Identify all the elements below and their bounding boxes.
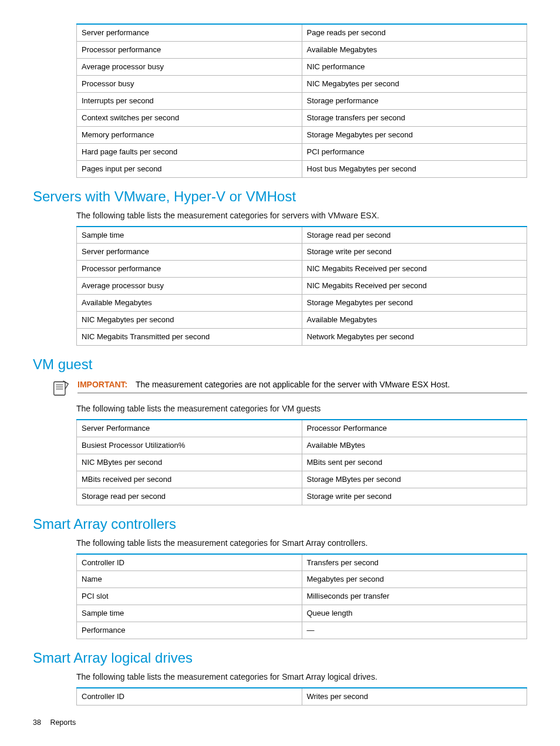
cell: NIC MBytes per second (77, 454, 302, 471)
cell: Sample time (77, 605, 302, 622)
cell: Available MBytes (302, 437, 527, 454)
cell: Controller ID (77, 554, 302, 571)
cell: Writes per second (302, 688, 527, 705)
important-label: IMPORTANT: (77, 380, 127, 389)
intro-smart-array-controllers: The following table lists the measuremen… (76, 538, 527, 548)
cell: Available Megabytes (302, 312, 527, 329)
measurement-table-1: Server performancePage reads per second … (76, 23, 527, 178)
intro-smart-array-logical: The following table lists the measuremen… (76, 672, 527, 681)
cell: Processor busy (77, 75, 302, 92)
footer-section: Reports (50, 718, 76, 727)
cell: Hard page faults per second (77, 143, 302, 160)
cell: MBits sent per second (302, 454, 527, 471)
cell: NIC performance (302, 58, 527, 75)
cell: Memory performance (77, 126, 302, 143)
intro-vmware: The following table lists the measuremen… (76, 211, 527, 220)
measurement-table-vm-guest: Server PerformanceProcessor Performance … (76, 419, 527, 505)
important-text: The measurement categories are not appli… (136, 380, 450, 389)
cell: Transfers per second (302, 554, 527, 571)
svg-rect-0 (54, 382, 65, 396)
cell: Queue length (302, 605, 527, 622)
intro-vm-guest: The following table lists the measuremen… (76, 404, 527, 413)
cell: Storage read per second (77, 488, 302, 505)
cell: Server Performance (77, 420, 302, 437)
cell: Busiest Processor Utilization% (77, 437, 302, 454)
important-note: IMPORTANT: The measurement categories ar… (33, 379, 527, 398)
cell: Network Megabytes per second (302, 329, 527, 346)
cell: Page reads per second (302, 24, 527, 41)
cell: Average processor busy (77, 58, 302, 75)
heading-vm-guest: VM guest (33, 356, 527, 373)
cell: Storage Megabytes per second (302, 126, 527, 143)
cell: Name (77, 571, 302, 588)
cell: Milliseconds per transfer (302, 588, 527, 605)
cell: NIC Megabytes per second (77, 312, 302, 329)
cell: Storage read per second (302, 227, 527, 244)
cell: Storage write per second (302, 488, 527, 505)
cell: NIC Megabits Transmitted per second (77, 329, 302, 346)
page-number: 38 (33, 718, 41, 727)
measurement-table-smart-controllers: Controller IDTransfers per second NameMe… (76, 553, 527, 640)
cell: Processor performance (77, 41, 302, 58)
cell: Processor performance (77, 261, 302, 278)
cell: PCI performance (302, 143, 527, 160)
cell: Server performance (77, 244, 302, 261)
cell: Pages input per second (77, 160, 302, 177)
cell: MBits received per second (77, 471, 302, 488)
heading-smart-array-controllers: Smart Array controllers (33, 516, 527, 532)
cell: Sample time (77, 227, 302, 244)
cell: Performance (77, 622, 302, 639)
cell: Controller ID (77, 688, 302, 705)
cell: — (302, 622, 527, 639)
measurement-table-vmware: Sample timeStorage read per second Serve… (76, 226, 527, 346)
cell: Storage performance (302, 92, 527, 109)
heading-smart-array-logical: Smart Array logical drives (33, 650, 527, 666)
heading-vmware: Servers with VMware, Hyper-V or VMHost (33, 188, 527, 205)
cell: Megabytes per second (302, 571, 527, 588)
cell: PCI slot (77, 588, 302, 605)
cell: Host bus Megabytes per second (302, 160, 527, 177)
cell: NIC Megabytes per second (302, 75, 527, 92)
cell: NIC Megabits Received per second (302, 278, 527, 295)
cell: Available Megabytes (77, 295, 302, 312)
cell: Storage Megabytes per second (302, 295, 527, 312)
cell: Context switches per second (77, 109, 302, 126)
cell: Processor Performance (302, 420, 527, 437)
important-icon (53, 380, 69, 398)
measurement-table-smart-logical: Controller IDWrites per second (76, 687, 527, 706)
cell: NIC Megabits Received per second (302, 261, 527, 278)
page-footer: 38 Reports (33, 718, 527, 727)
cell: Server performance (77, 24, 302, 41)
cell: Storage transfers per second (302, 109, 527, 126)
cell: Available Megabytes (302, 41, 527, 58)
cell: Storage write per second (302, 244, 527, 261)
cell: Average processor busy (77, 278, 302, 295)
cell: Storage MBytes per second (302, 471, 527, 488)
cell: Interrupts per second (77, 92, 302, 109)
